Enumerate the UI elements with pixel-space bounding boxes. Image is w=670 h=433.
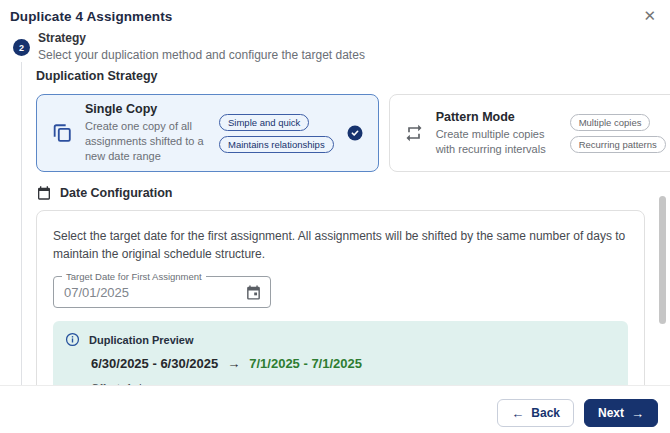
- repeat-icon: [404, 123, 424, 143]
- stepper-connector-line: [21, 62, 22, 385]
- step-number-badge: 2: [13, 39, 30, 56]
- strategy-option-pattern-mode[interactable]: Pattern Mode Create multiple copies with…: [389, 94, 670, 172]
- info-icon: [65, 332, 80, 347]
- next-button-label: Next: [598, 406, 624, 420]
- calendar-icon: [36, 185, 52, 201]
- strategy-option-chips: Multiple copies Recurring patterns: [570, 114, 666, 153]
- selected-check-icon: [346, 124, 364, 142]
- duplicate-assignments-dialog: Duplicate 4 Assignments ✕ 2 Strategy Sel…: [0, 0, 670, 433]
- chip-recurring-patterns: Recurring patterns: [570, 136, 666, 153]
- scrollbar[interactable]: [659, 196, 666, 324]
- step-content-scroll-area: Duplication Strategy Single Copy Create …: [0, 60, 670, 386]
- date-configuration-heading: Date Configuration: [60, 186, 173, 200]
- strategy-options: Single Copy Create one copy of all assig…: [36, 94, 645, 172]
- chip-maintains-relationships: Maintains relationships: [219, 136, 334, 153]
- arrow-right-icon: →: [227, 356, 240, 371]
- duplication-strategy-heading: Duplication Strategy: [36, 69, 645, 83]
- preview-title: Duplication Preview: [89, 334, 194, 346]
- copy-icon: [51, 122, 73, 144]
- date-instructions: Select the target date for the first ass…: [53, 227, 628, 263]
- datepicker-toggle-button[interactable]: [245, 284, 270, 301]
- next-button[interactable]: Next →: [584, 399, 658, 427]
- target-date-input[interactable]: [54, 285, 245, 300]
- date-configuration-card: Select the target date for the first ass…: [36, 210, 645, 386]
- stepper-step-2: 2 Strategy Select your duplication metho…: [13, 31, 365, 62]
- next-arrow-icon: →: [631, 406, 644, 421]
- back-button-label: Back: [531, 406, 560, 420]
- back-arrow-icon: ←: [511, 406, 524, 421]
- close-icon[interactable]: ✕: [641, 6, 658, 25]
- back-button[interactable]: ← Back: [497, 399, 574, 427]
- preview-offset: Offset: 1 days: [91, 382, 614, 386]
- calendar-picker-icon: [245, 284, 262, 301]
- chip-simple-and-quick: Simple and quick: [219, 114, 309, 131]
- step-label: Strategy: [38, 31, 365, 45]
- chip-multiple-copies: Multiple copies: [570, 114, 651, 131]
- duplication-preview-box: Duplication Preview 6/30/2025 - 6/30/202…: [53, 321, 628, 386]
- strategy-option-single-copy[interactable]: Single Copy Create one copy of all assig…: [36, 94, 379, 172]
- target-date-field[interactable]: Target Date for First Assignment: [53, 276, 271, 308]
- target-date-label: Target Date for First Assignment: [62, 271, 206, 282]
- strategy-option-chips: Simple and quick Maintains relationships: [219, 114, 334, 153]
- strategy-option-description: Create multiple copies with recurring in…: [436, 127, 558, 157]
- preview-target-range: 7/1/2025 - 7/1/2025: [249, 356, 362, 371]
- strategy-option-title: Single Copy: [85, 102, 207, 116]
- strategy-option-description: Create one copy of all assignments shift…: [85, 119, 207, 164]
- preview-source-range: 6/30/2025 - 6/30/2025: [91, 356, 218, 371]
- preview-date-mapping: 6/30/2025 - 6/30/2025→7/1/2025 - 7/1/202…: [91, 356, 614, 371]
- dialog-title: Duplicate 4 Assignments: [10, 9, 172, 24]
- strategy-option-title: Pattern Mode: [436, 110, 558, 124]
- dialog-footer: ← Back Next →: [497, 399, 658, 427]
